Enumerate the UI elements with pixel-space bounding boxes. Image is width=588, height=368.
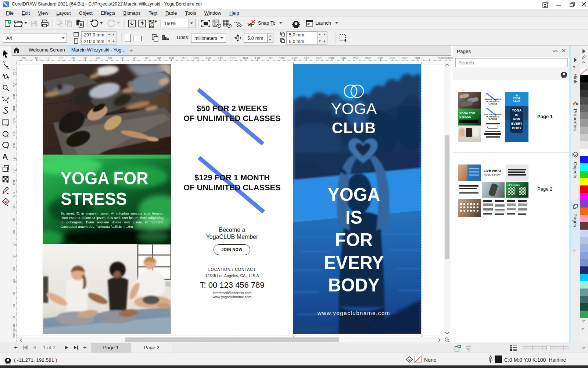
svg-text:A: A <box>3 153 7 160</box>
svg-text:y: y <box>283 42 284 43</box>
svg-text:x: x <box>283 35 284 37</box>
